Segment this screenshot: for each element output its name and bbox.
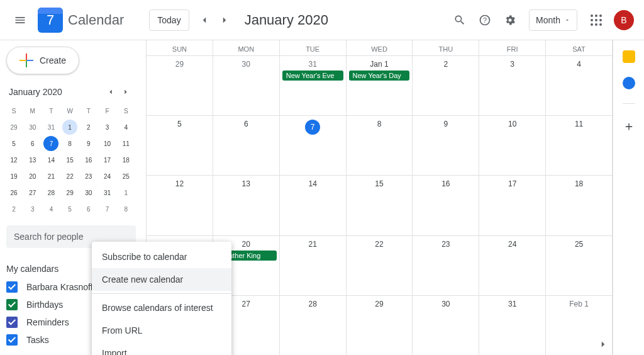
day-cell[interactable]: 3 <box>479 56 546 115</box>
day-cell[interactable]: 12 <box>147 176 213 235</box>
mini-cal-day[interactable]: 23 <box>81 169 96 184</box>
mini-next-button[interactable] <box>118 84 133 99</box>
event-chip[interactable]: New Year's Day <box>349 70 410 81</box>
day-cell[interactable]: 10 <box>479 116 546 175</box>
mini-cal-day[interactable]: 4 <box>118 120 133 135</box>
add-addon-button[interactable]: ＋ <box>623 118 635 135</box>
mini-cal-day[interactable]: 1 <box>62 120 77 135</box>
day-cell[interactable]: 25 <box>546 236 613 295</box>
day-cell[interactable]: 17 <box>479 176 546 235</box>
day-cell[interactable]: 30 <box>213 56 280 115</box>
help-button[interactable]: ? <box>472 8 497 33</box>
create-button[interactable]: Create <box>6 47 79 74</box>
day-cell[interactable]: 30 <box>413 296 479 355</box>
tasks-icon[interactable] <box>623 77 635 89</box>
mini-cal-day[interactable]: 16 <box>81 152 96 167</box>
mini-cal-day[interactable]: 17 <box>100 152 115 167</box>
day-cell[interactable]: 7 <box>280 116 347 175</box>
today-button[interactable]: Today <box>149 9 189 31</box>
mini-cal-day[interactable]: 26 <box>6 185 21 200</box>
day-cell[interactable]: Jan 1New Year's Day <box>347 56 413 115</box>
mini-cal-day[interactable]: 14 <box>43 152 58 167</box>
day-cell[interactable]: 6 <box>213 116 280 175</box>
mini-cal-day[interactable]: 24 <box>100 169 115 184</box>
mini-cal-day[interactable]: 6 <box>81 201 96 217</box>
day-cell[interactable]: 14 <box>280 176 347 235</box>
day-cell[interactable]: 5 <box>147 116 213 175</box>
mini-cal-day[interactable]: 10 <box>100 136 115 151</box>
mini-prev-button[interactable] <box>103 84 118 99</box>
account-avatar[interactable]: B <box>614 10 634 30</box>
google-apps-button[interactable] <box>584 8 609 33</box>
menu-item[interactable]: Create new calendar <box>92 268 231 291</box>
day-cell[interactable]: 28 <box>280 296 347 355</box>
mini-cal-day[interactable]: 7 <box>43 136 58 151</box>
day-cell[interactable]: 29 <box>347 296 413 355</box>
day-cell[interactable]: 31 <box>479 296 546 355</box>
mini-cal-day[interactable]: 25 <box>118 169 133 184</box>
day-cell[interactable]: 24 <box>479 236 546 295</box>
day-cell[interactable]: 23 <box>413 236 479 295</box>
prev-month-button[interactable] <box>194 10 214 30</box>
calendar-checkbox[interactable] <box>6 281 18 293</box>
mini-cal-day[interactable]: 31 <box>100 185 115 200</box>
mini-cal-day[interactable]: 28 <box>43 185 58 200</box>
mini-cal-day[interactable]: 19 <box>6 169 21 184</box>
mini-cal-day[interactable]: 3 <box>100 120 115 135</box>
day-cell[interactable]: 9 <box>413 116 479 175</box>
scroll-right-button[interactable] <box>597 339 609 350</box>
view-selector[interactable]: Month <box>529 9 577 31</box>
mini-cal-day[interactable]: 4 <box>43 201 58 217</box>
day-cell[interactable]: 22 <box>347 236 413 295</box>
day-cell[interactable]: 2 <box>413 56 479 115</box>
mini-cal-day[interactable]: 29 <box>6 120 21 135</box>
mini-cal-day[interactable]: 12 <box>6 152 21 167</box>
mini-cal-day[interactable]: 18 <box>118 152 133 167</box>
main-menu-button[interactable] <box>5 5 35 35</box>
mini-cal-day[interactable]: 31 <box>43 120 58 135</box>
mini-cal-day[interactable]: 6 <box>25 136 40 151</box>
day-cell[interactable]: 29 <box>147 56 213 115</box>
mini-cal-day[interactable]: 30 <box>81 185 96 200</box>
day-cell[interactable]: 16 <box>413 176 479 235</box>
menu-item[interactable]: Browse calendars of interest <box>92 296 231 319</box>
mini-cal-day[interactable]: 13 <box>25 152 40 167</box>
calendar-checkbox[interactable] <box>6 334 18 346</box>
settings-button[interactable] <box>497 8 523 33</box>
mini-cal-day[interactable]: 15 <box>62 152 77 167</box>
day-cell[interactable]: 21 <box>280 236 347 295</box>
event-chip[interactable]: New Year's Eve <box>282 70 343 81</box>
mini-cal-day[interactable]: 8 <box>62 136 77 151</box>
day-cell[interactable]: 15 <box>347 176 413 235</box>
mini-cal-day[interactable]: 2 <box>81 120 96 135</box>
mini-cal-day[interactable]: 20 <box>25 169 40 184</box>
day-cell[interactable]: 13 <box>213 176 280 235</box>
mini-cal-day[interactable]: 11 <box>118 136 133 151</box>
menu-item[interactable]: From URL <box>92 319 231 342</box>
mini-cal-day[interactable]: 3 <box>25 201 40 217</box>
mini-cal-day[interactable]: 22 <box>62 169 77 184</box>
mini-cal-day[interactable]: 21 <box>43 169 58 184</box>
mini-cal-day[interactable]: 9 <box>81 136 96 151</box>
next-month-button[interactable] <box>214 10 235 30</box>
day-cell[interactable]: 8 <box>347 116 413 175</box>
day-cell[interactable]: 18 <box>546 176 613 235</box>
mini-cal-day[interactable]: 27 <box>25 185 40 200</box>
mini-cal-day[interactable]: 1 <box>118 185 133 200</box>
mini-cal-day[interactable]: 7 <box>100 201 115 217</box>
day-cell[interactable]: 31New Year's Eve <box>280 56 347 115</box>
mini-cal-day[interactable]: 5 <box>62 201 77 217</box>
keep-icon[interactable] <box>623 50 635 63</box>
mini-cal-day[interactable]: 30 <box>25 120 40 135</box>
mini-cal-day[interactable]: 29 <box>62 185 77 200</box>
mini-cal-day[interactable]: 5 <box>6 136 21 151</box>
calendar-checkbox[interactable] <box>6 317 18 328</box>
calendar-checkbox[interactable] <box>6 299 18 310</box>
menu-item[interactable]: Subscribe to calendar <box>92 245 231 268</box>
menu-item[interactable]: Import <box>92 342 231 355</box>
day-cell[interactable]: 4 <box>546 56 613 115</box>
day-cell[interactable]: 11 <box>546 116 613 175</box>
mini-cal-day[interactable]: 8 <box>118 201 133 217</box>
search-button[interactable] <box>447 8 472 33</box>
mini-cal-day[interactable]: 2 <box>6 201 21 217</box>
